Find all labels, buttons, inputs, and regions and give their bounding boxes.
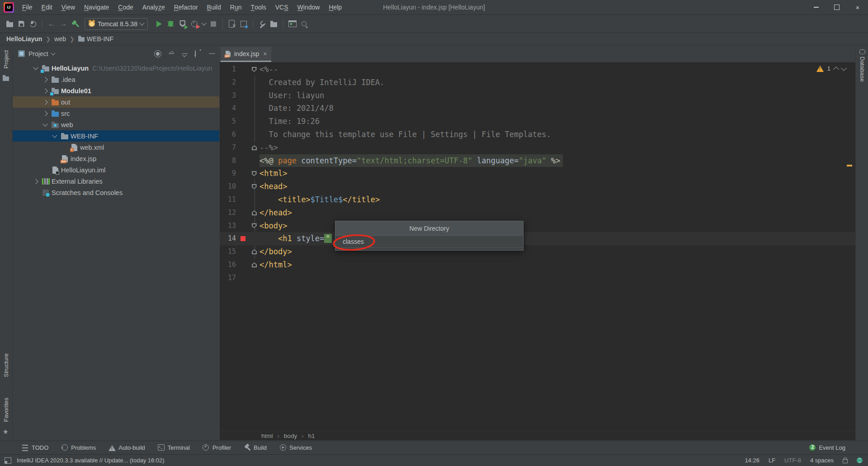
tool-window-toggle-icon[interactable] (5, 457, 11, 464)
project-panel-title[interactable]: Project (28, 50, 48, 57)
run-button[interactable] (153, 18, 165, 30)
toolwindow-profiler[interactable]: Profiler (203, 444, 231, 451)
back-button[interactable]: ← (46, 18, 57, 30)
attach-to-process-button[interactable]: ✕ (226, 18, 238, 30)
save-all-button[interactable] (15, 18, 27, 30)
collapse-all-button[interactable] (168, 50, 175, 57)
menu-window[interactable]: Window (293, 0, 325, 14)
code-line-13[interactable]: 13<body> (220, 219, 856, 233)
crumb-h1[interactable]: h1 (308, 433, 315, 439)
menu-file[interactable]: File (18, 0, 37, 14)
code-line-16[interactable]: 16</html> (220, 258, 856, 271)
toolwindow-problems[interactable]: Problems (61, 444, 96, 451)
update-application-button[interactable] (238, 18, 250, 30)
line-number[interactable]: 12 (220, 206, 237, 219)
menu-run[interactable]: Run (226, 0, 246, 14)
line-number[interactable]: 4 (220, 102, 237, 115)
code-line-8[interactable]: 8<%@ page contentType="text/html;charset… (220, 154, 856, 167)
search-everywhere-button[interactable] (298, 18, 310, 30)
fold-toggle[interactable] (249, 63, 259, 76)
tree-item-idea[interactable]: .idea (13, 74, 219, 85)
code-line-9[interactable]: 9<html> (220, 167, 856, 180)
run-anything-button[interactable] (287, 18, 298, 30)
tree-item-web-xml[interactable]: web.xml (13, 142, 219, 153)
line-number[interactable]: 9 (220, 167, 237, 180)
code-editor[interactable]: 1<%--2 Created by IntelliJ IDEA.3 User: … (220, 62, 856, 285)
tool-stripe-database[interactable]: Database (859, 57, 866, 82)
maximize-button[interactable] (826, 0, 847, 14)
tool-stripe-favorites[interactable]: Favorites (3, 398, 9, 422)
fold-toggle[interactable] (249, 141, 259, 154)
project-structure-button[interactable] (268, 18, 280, 30)
stop-button[interactable] (208, 18, 219, 30)
settings-button[interactable] (256, 18, 268, 30)
tree-item-src[interactable]: src (13, 108, 219, 119)
code-line-5[interactable]: 5 Time: 19:26 (220, 115, 856, 128)
menu-code[interactable]: Code (113, 0, 137, 14)
open-button[interactable] (4, 18, 15, 30)
code-line-14[interactable]: 14 <h1 style=" (220, 232, 856, 245)
debug-button[interactable] (165, 18, 177, 30)
chevron-right-icon[interactable] (40, 112, 50, 115)
fold-toggle[interactable] (249, 180, 259, 193)
database-icon[interactable] (859, 49, 865, 54)
error-stripe-mark[interactable] (847, 165, 852, 166)
toolwindow-terminal[interactable]: Terminal (158, 444, 190, 451)
tree-item-web-inf[interactable]: WEB-INF (13, 130, 219, 142)
network-globe-icon[interactable] (857, 457, 863, 463)
readonly-lock-icon[interactable] (843, 459, 848, 463)
sync-button[interactable] (27, 18, 39, 30)
favorites-star-icon[interactable]: ★ (3, 428, 9, 435)
code-line-4[interactable]: 4 Date: 2021/4/8 (220, 102, 856, 115)
line-number[interactable]: 13 (220, 219, 237, 233)
minimize-button[interactable] (806, 0, 826, 14)
line-number[interactable]: 3 (220, 89, 237, 102)
crumb-body[interactable]: body (284, 433, 297, 439)
code-line-17[interactable]: 17 (220, 271, 856, 285)
popup-item-classes[interactable]: classes (335, 236, 523, 248)
fold-toggle[interactable] (249, 167, 259, 180)
tool-stripe-project[interactable]: Project (3, 50, 9, 68)
hide-panel-button[interactable] (208, 50, 216, 57)
tree-item-index-jsp[interactable]: index.jsp (13, 153, 219, 164)
previous-problem-button[interactable] (833, 67, 839, 72)
tool-stripe-structure[interactable]: Structure (3, 353, 9, 377)
code-line-15[interactable]: 15</body> (220, 245, 856, 258)
locate-file-button[interactable] (154, 50, 161, 57)
menu-vcs[interactable]: VCS (271, 0, 293, 14)
crumb-html[interactable]: html (261, 433, 273, 439)
chevron-down-icon[interactable] (51, 51, 55, 56)
line-number[interactable]: 7 (220, 141, 237, 154)
tree-item-external-libraries[interactable]: External Libraries (13, 176, 219, 187)
code-line-12[interactable]: 12</head> (220, 206, 856, 219)
menu-build[interactable]: Build (203, 0, 226, 14)
run-configuration-select[interactable]: Tomcat 8.5.38 (85, 18, 148, 30)
next-problem-button[interactable] (841, 65, 847, 71)
chevron-down-icon[interactable] (31, 67, 41, 69)
chevron-right-icon[interactable] (40, 89, 50, 93)
tree-item-module01[interactable]: Module01 (13, 85, 219, 96)
line-number[interactable]: 1 (220, 63, 237, 76)
fold-toggle[interactable] (249, 219, 259, 233)
caret-position[interactable]: 14:26 (745, 457, 760, 464)
line-number[interactable]: 5 (220, 115, 237, 128)
close-button[interactable]: × (847, 0, 868, 14)
toolwindow-todo[interactable]: TODO (22, 444, 48, 451)
line-number[interactable]: 2 (220, 76, 237, 89)
line-number[interactable]: 15 (220, 245, 237, 258)
tree-item-helloliayun[interactable]: HelloLiayunC:\Users\32120\IdeaProjects\H… (13, 62, 219, 74)
toolwindow-auto-build[interactable]: Auto-build (108, 444, 145, 451)
breadcrumb-project[interactable]: HelloLiayun (6, 35, 42, 43)
line-number[interactable]: 8 (220, 154, 237, 167)
tree-item-scratches-and-consoles[interactable]: Scratches and Consoles (13, 187, 219, 198)
menu-help[interactable]: Help (324, 0, 346, 14)
code-line-10[interactable]: 10<head> (220, 180, 856, 193)
code-line-2[interactable]: 2 Created by IntelliJ IDEA. (220, 76, 856, 89)
profiler-button[interactable] (189, 18, 200, 30)
forward-button[interactable]: → (57, 18, 69, 30)
tree-item-helloliayun-iml[interactable]: HelloLiayun.iml (13, 164, 219, 176)
chevron-right-icon[interactable] (40, 100, 50, 104)
code-line-6[interactable]: 6 To change this template use File | Set… (220, 128, 856, 141)
line-number[interactable]: 14 (220, 232, 237, 245)
tree-item-out[interactable]: out (13, 96, 219, 108)
